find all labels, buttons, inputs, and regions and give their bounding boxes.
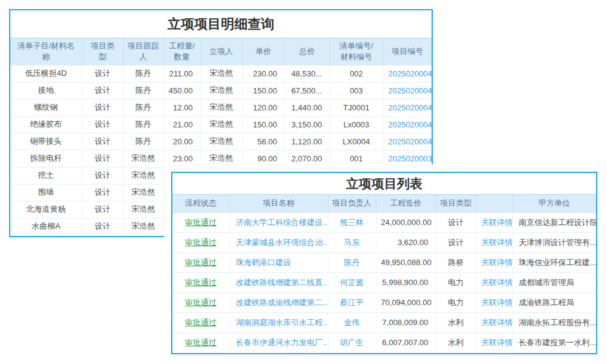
page: 立项项目明细查询 清单子目/材料名 称 项目类 型 项目跟踪 人 工程量/ 数量… — [0, 0, 607, 364]
cell-material-name: 螺纹钢 — [10, 99, 82, 116]
project-list-panel: 立项项目列表 流程状态 项目名称 项目负责人 工程造价 项目类型 甲方单位 审批… — [171, 172, 597, 354]
cell-unit-price: 120.00 — [242, 99, 285, 116]
cell-tracker: 陈丹 — [123, 133, 163, 150]
table-row: 审批通过长春市伊通河水力发电厂...胡广生6,007,007.00水利关联详情长… — [172, 332, 596, 352]
cell-unit-price: 56.00 — [242, 133, 285, 150]
cell-list-code: TJ0001 — [330, 99, 383, 116]
cell-type: 电力 — [436, 272, 476, 292]
cell-total-price: 3,150.00 — [285, 116, 330, 133]
project-list-table: 流程状态 项目名称 项目负责人 工程造价 项目类型 甲方单位 审批通过济南大学工… — [172, 195, 596, 352]
cell-type: 设计 — [436, 232, 476, 252]
cell-client: 湖南永拓工程股份有... — [512, 312, 596, 332]
cell-project-type: 设计 — [82, 65, 123, 82]
cell-project-type: 设计 — [82, 116, 123, 133]
cell-project-code-link[interactable]: 2025020004 — [383, 116, 432, 133]
cell-quantity: 12.00 — [163, 99, 200, 116]
cell-list-code: 002 — [330, 65, 383, 82]
cell-quantity: 23.00 — [163, 150, 200, 167]
cell-related-detail-link[interactable]: 关联详情 — [476, 272, 512, 292]
cell-project-code-link[interactable]: 2025020004 — [383, 82, 432, 99]
col-header-initiator: 立项人 — [200, 38, 242, 65]
cell-manager-link[interactable]: 陈丹 — [328, 252, 376, 272]
cell-total-price: 1,440.00 — [285, 99, 330, 116]
cell-manager-link[interactable]: 蔡江平 — [328, 292, 376, 312]
cell-project-name-link[interactable]: 改建铁路成渝线增建第二... — [229, 292, 328, 312]
cell-project-code-link[interactable]: 2025020004 — [383, 133, 432, 150]
project-list-title: 立项项目列表 — [172, 173, 596, 195]
cell-manager-link[interactable]: 胡广生 — [328, 332, 376, 352]
cell-project-name-link[interactable]: 天津蒙城县水环境综合治... — [229, 232, 328, 252]
cell-tracker: 宋浩然 — [123, 150, 163, 167]
table-row: 审批通过济南大学工科综合楼建设...熊三林24,000,000.00设计关联详情… — [172, 212, 596, 232]
table-row: 低压横担4D设计陈丹211.00宋浩然230.0048,530...002202… — [10, 65, 432, 82]
detail-query-title: 立项项目明细查询 — [10, 10, 432, 38]
cell-status-link[interactable]: 审批通过 — [172, 272, 229, 292]
col-header-type: 项目类型 — [436, 195, 476, 212]
cell-related-detail-link[interactable]: 关联详情 — [476, 212, 512, 232]
cell-unit-price: 150.00 — [242, 116, 285, 133]
cell-initiator: 宋浩然 — [200, 65, 242, 82]
cell-type: 电力 — [436, 292, 476, 312]
cell-manager-link[interactable]: 金伟 — [328, 312, 376, 332]
cell-tracker: 陈丹 — [123, 116, 163, 133]
cell-material-name: 接地 — [10, 82, 82, 99]
cell-cost: 3,620.00 — [376, 232, 436, 252]
cell-manager-link[interactable]: 马东 — [328, 232, 376, 252]
col-header-flow-status: 流程状态 — [172, 195, 229, 212]
cell-project-code-link[interactable]: 2025020004 — [383, 99, 432, 116]
table-row: 审批通过改建铁路成渝线增建第二...蔡江平70,094,000.00电力关联详情… — [172, 292, 596, 312]
table-row: 审批通过珠海鹤港口建设陈丹49,950,088.00路桥关联详情珠海信业环保工程… — [172, 252, 596, 272]
cell-cost: 70,094,000.00 — [376, 292, 436, 312]
cell-related-detail-link[interactable]: 关联详情 — [476, 292, 512, 312]
col-header-list-code: 清单编号/ 材料编号 — [330, 38, 383, 65]
cell-project-name-link[interactable]: 长春市伊通河水力发电厂... — [229, 332, 328, 352]
cell-client: 南京信达新工程设计院 — [512, 212, 596, 232]
cell-project-type: 设计 — [82, 82, 123, 99]
cell-related-detail-link[interactable]: 关联详情 — [476, 252, 512, 272]
cell-initiator: 宋浩然 — [200, 82, 242, 99]
cell-project-name-link[interactable]: 改建铁路线增建第二线直... — [229, 272, 328, 292]
cell-material-name: 围墙 — [10, 184, 82, 201]
list-header-row: 流程状态 项目名称 项目负责人 工程造价 项目类型 甲方单位 — [172, 195, 596, 212]
cell-status-link[interactable]: 审批通过 — [172, 292, 229, 312]
col-header-total-price: 总价 — [285, 38, 330, 65]
cell-status-link[interactable]: 审批通过 — [172, 232, 229, 252]
col-header-project-code: 项目编号 — [383, 38, 432, 65]
cell-project-type: 设计 — [82, 184, 123, 201]
cell-initiator: 宋浩然 — [200, 99, 242, 116]
col-header-manager: 项目负责人 — [328, 195, 376, 212]
cell-initiator: 宋浩然 — [200, 150, 242, 167]
cell-related-detail-link[interactable]: 关联详情 — [476, 232, 512, 252]
col-header-project-type: 项目类 型 — [82, 38, 123, 65]
cell-tracker: 陈丹 — [123, 99, 163, 116]
cell-status-link[interactable]: 审批通过 — [172, 312, 229, 332]
cell-unit-price: 150.00 — [242, 82, 285, 99]
cell-material-name: 拆除电杆 — [10, 150, 82, 167]
cell-cost: 24,000,000.00 — [376, 212, 436, 232]
cell-quantity: 211.00 — [163, 65, 200, 82]
cell-cost: 5,998,900.00 — [376, 272, 436, 292]
col-header-project-name: 项目名称 — [229, 195, 328, 212]
cell-project-code-link[interactable]: 2025020004 — [383, 65, 432, 82]
cell-cost: 7,008,009.00 — [376, 312, 436, 332]
cell-status-link[interactable]: 审批通过 — [172, 212, 229, 232]
cell-project-name-link[interactable]: 珠海鹤港口建设 — [229, 252, 328, 272]
cell-list-code: LX0004 — [330, 133, 383, 150]
cell-project-code-link[interactable]: 2025020003 — [383, 150, 432, 167]
cell-manager-link[interactable]: 熊三林 — [328, 212, 376, 232]
col-header-tracker: 项目跟踪 人 — [123, 38, 163, 65]
cell-list-code: Lx0003 — [330, 116, 383, 133]
cell-related-detail-link[interactable]: 关联详情 — [476, 312, 512, 332]
table-row: 铜带接头设计陈丹20.00宋浩然56.001,120.00LX000420250… — [10, 133, 432, 150]
cell-related-detail-link[interactable]: 关联详情 — [476, 332, 512, 352]
table-row: 审批通过天津蒙城县水环境综合治...马东3,620.00设计关联详情天津博润设计… — [172, 232, 596, 252]
cell-status-link[interactable]: 审批通过 — [172, 252, 229, 272]
detail-header-row: 清单子目/材料名 称 项目类 型 项目跟踪 人 工程量/ 数量 立项人 单价 总… — [10, 38, 432, 65]
cell-project-name-link[interactable]: 济南大学工科综合楼建设... — [229, 212, 328, 232]
cell-material-name: 铜带接头 — [10, 133, 82, 150]
col-header-quantity: 工程量/ 数量 — [163, 38, 200, 65]
cell-quantity: 21.00 — [163, 116, 200, 133]
cell-manager-link[interactable]: 何芷茵 — [328, 272, 376, 292]
cell-project-name-link[interactable]: 湖南洞庭湖水库引水工程... — [229, 312, 328, 332]
cell-status-link[interactable]: 审批通过 — [172, 332, 229, 352]
